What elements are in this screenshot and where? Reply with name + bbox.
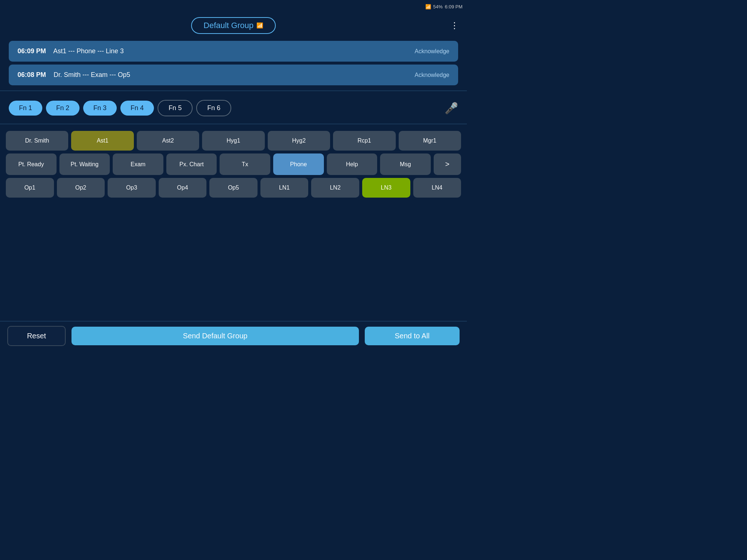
status-icons: 📶 54% 6:09 PM (425, 4, 462, 9)
exam-key[interactable]: Exam (113, 153, 163, 175)
notification-item-2[interactable]: 06:08 PM Dr. Smith --- Exam --- Op5 Ackn… (9, 65, 458, 85)
action-keys-row: Pt. Ready Pt. Waiting Exam Px. Chart Tx … (6, 153, 461, 175)
group-button[interactable]: Default Group 📶 (191, 17, 276, 34)
msg-key[interactable]: Msg (380, 153, 431, 175)
keyboard-area: Dr. Smith Ast1 Ast2 Hyg1 Hyg2 Rcp1 Mgr1 … (0, 127, 467, 202)
fn1-button[interactable]: Fn 1 (9, 101, 42, 116)
group-label: Default Group (204, 21, 253, 30)
hyg2-key[interactable]: Hyg2 (268, 131, 330, 151)
location-keys-row: Op1 Op2 Op3 Op4 Op5 LN1 LN2 LN3 LN4 (6, 178, 461, 198)
time-display: 6:09 PM (445, 4, 462, 9)
people-keys-row: Dr. Smith Ast1 Ast2 Hyg1 Hyg2 Rcp1 Mgr1 (6, 131, 461, 151)
action-bar: Reset Send Default Group Send to All (0, 321, 467, 350)
fn3-button[interactable]: Fn 3 (83, 101, 117, 116)
acknowledge-btn-2[interactable]: Acknowledge (415, 72, 449, 78)
microphone-icon[interactable]: 🎤 (445, 102, 458, 114)
reset-button[interactable]: Reset (7, 326, 66, 346)
notifications-panel: 06:09 PM Ast1 --- Phone --- Line 3 Ackno… (0, 38, 467, 88)
ast2-key[interactable]: Ast2 (137, 131, 199, 151)
wifi-icon: 📶 (256, 22, 263, 29)
notification-2-time: 06:08 PM (18, 71, 46, 78)
acknowledge-btn-1[interactable]: Acknowledge (415, 48, 449, 55)
notification-1-message: Ast1 --- Phone --- Line 3 (53, 47, 124, 55)
header: Default Group 📶 ⋮ (0, 13, 467, 38)
dr-smith-key[interactable]: Dr. Smith (6, 131, 68, 151)
px-chart-key[interactable]: Px. Chart (166, 153, 217, 175)
op5-key[interactable]: Op5 (209, 178, 258, 198)
notification-1-content: 06:09 PM Ast1 --- Phone --- Line 3 (18, 47, 124, 55)
send-default-group-button[interactable]: Send Default Group (71, 327, 359, 345)
divider-1 (0, 90, 467, 91)
hyg1-key[interactable]: Hyg1 (202, 131, 264, 151)
wifi-status-icon: 📶 (425, 4, 431, 9)
send-to-all-button[interactable]: Send to All (365, 327, 460, 345)
phone-key[interactable]: Phone (273, 153, 324, 175)
fn5-button[interactable]: Fn 5 (158, 100, 193, 116)
pt-ready-key[interactable]: Pt. Ready (6, 153, 57, 175)
op3-key[interactable]: Op3 (108, 178, 156, 198)
divider-2 (0, 124, 467, 124)
op4-key[interactable]: Op4 (159, 178, 207, 198)
fn2-button[interactable]: Fn 2 (46, 101, 80, 116)
status-bar: 📶 54% 6:09 PM (0, 0, 467, 13)
tx-key[interactable]: Tx (220, 153, 270, 175)
help-key[interactable]: Help (327, 153, 378, 175)
op1-key[interactable]: Op1 (6, 178, 54, 198)
fn6-button[interactable]: Fn 6 (196, 100, 231, 116)
ln1-key[interactable]: LN1 (260, 178, 309, 198)
notification-item-1[interactable]: 06:09 PM Ast1 --- Phone --- Line 3 Ackno… (9, 41, 458, 62)
notification-1-time: 06:09 PM (18, 47, 46, 55)
op2-key[interactable]: Op2 (57, 178, 105, 198)
ln3-key[interactable]: LN3 (362, 178, 410, 198)
notification-2-content: 06:08 PM Dr. Smith --- Exam --- Op5 (18, 71, 130, 79)
fn4-button[interactable]: Fn 4 (120, 101, 154, 116)
ln4-key[interactable]: LN4 (413, 178, 461, 198)
ast1-key[interactable]: Ast1 (71, 131, 133, 151)
pt-waiting-key[interactable]: Pt. Waiting (59, 153, 110, 175)
notification-2-message: Dr. Smith --- Exam --- Op5 (54, 71, 130, 78)
mgr1-key[interactable]: Mgr1 (399, 131, 461, 151)
more-menu-button[interactable]: ⋮ (450, 20, 460, 31)
fn-keys-row: Fn 1 Fn 2 Fn 3 Fn 4 Fn 5 Fn 6 🎤 (0, 93, 467, 121)
ln2-key[interactable]: LN2 (311, 178, 359, 198)
rcp1-key[interactable]: Rcp1 (333, 131, 395, 151)
battery-status: 54% (433, 4, 443, 9)
more-actions-key[interactable]: > (434, 153, 461, 175)
